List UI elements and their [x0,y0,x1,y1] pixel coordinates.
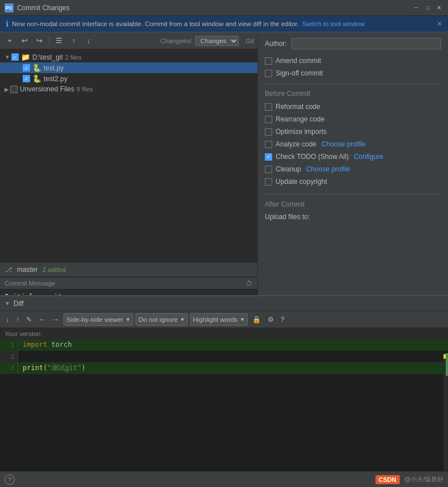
author-row: Author: [265,38,441,49]
analyze-checkbox[interactable] [265,141,272,148]
analyze-option-row: Analyze code Choose profile [265,140,441,149]
diff-line-3: 3 print("测试git") [0,362,448,374]
add-button[interactable]: + [3,35,16,47]
analyze-choose-profile-link[interactable]: Choose profile [322,140,365,148]
added-badge: 2 added [43,266,66,273]
checktodo-checkbox[interactable]: ✓ [265,153,272,161]
clock-icon[interactable]: ⏱ [246,280,253,287]
window-title: Commit Changes [17,4,412,12]
unversioned-checkbox[interactable] [10,86,18,93]
watermark-text: @小火/猛兽好 [404,475,443,484]
diff-down-button[interactable]: ↓ [3,313,11,326]
notification-close-button[interactable]: ✕ [437,20,442,28]
changelist-select[interactable]: Changes [195,36,239,46]
diff-toolbar: ↓ ↑ ✎ ← → Side-by-side viewer ▼ Do not i… [0,311,448,328]
optimize-checkbox[interactable] [265,128,272,136]
green-stripe [446,353,448,376]
help-button[interactable]: ? [278,313,287,326]
close-button[interactable]: ✕ [434,3,443,12]
title-bar: PC Commit Changes ─ □ ✕ [0,0,448,16]
unversioned-count: 9 files [77,86,93,93]
diff-prev-button[interactable]: ← [36,313,48,326]
after-commit-divider [265,194,441,195]
line-number-3: 3 [0,362,18,374]
notification-text: New non-modal commit interface is availa… [12,20,299,27]
test2-py-checkbox[interactable]: ✓ [23,75,30,82]
diff-title: Diff [14,300,24,308]
checktodo-configure-link[interactable]: Configure [354,153,383,161]
branch-name: master [17,266,38,274]
optimize-option-row: Optimize imports [265,127,441,136]
undo-button[interactable]: ↩ [18,35,31,47]
move-down-button[interactable]: ↓ [82,35,95,47]
signoff-option-row: Sign-off commit [265,69,441,78]
group-button[interactable]: ☰ [53,35,65,47]
cleanup-checkbox[interactable] [265,166,272,173]
commit-message-header: Commit Message ⏱ [0,277,257,289]
changelist-label: Changelist: [160,37,193,44]
diff-line-1: 1 import torch [0,339,448,351]
copyright-checkbox[interactable] [265,178,272,186]
move-up-button[interactable]: ↑ [67,35,80,47]
signoff-checkbox[interactable] [265,70,272,77]
gear-button[interactable]: ⚙ [265,313,276,326]
changelist-section: Changelist: Changes Git [160,36,254,46]
reformat-checkbox[interactable] [265,103,272,111]
diff-next-button[interactable]: → [50,313,61,326]
diff-collapse-arrow[interactable]: ▼ [5,300,10,307]
viewer-label: Side-by-side viewer [66,316,123,323]
git-label: Git [246,37,254,44]
string-value: "测试git" [47,364,81,372]
switch-to-tool-window-link[interactable]: Switch to tool window [302,20,365,27]
branch-icon: ⎇ [5,266,12,274]
tree-root-item[interactable]: ▼ ✓ 📁 D:\test_git 2 files [0,52,257,62]
diff-content: Your version 1 import torch 2 3 print("测… [0,328,448,471]
file-item-test-py[interactable]: ✓ 🐍 test.py [0,62,257,73]
minimize-button[interactable]: ─ [412,3,421,12]
ignore-dropdown-arrow: ▼ [180,317,185,322]
amend-checkbox[interactable] [265,57,272,65]
commit-message-label: Commit Message [5,280,55,287]
root-checkbox[interactable]: ✓ [11,53,19,61]
diff-edit-button[interactable]: ✎ [24,313,34,326]
viewer-dropdown[interactable]: Side-by-side viewer ▼ [64,313,133,326]
csdn-badge: CSDN [375,475,400,484]
ignore-label: Do not ignore [138,316,177,323]
keyword-import: import [23,341,47,349]
toolbar: + ↩ ↪ ☰ ↑ ↓ Changelist: Changes Git [0,32,257,49]
diff-section: ▼ Diff ↓ ↑ ✎ ← → Side-by-side viewer ▼ D… [0,295,448,471]
redo-button[interactable]: ↪ [33,35,45,47]
author-input[interactable] [291,38,441,49]
func-print: print [23,364,43,372]
lock-button[interactable]: 🔒 [250,313,263,326]
diff-code-1: import torch [18,339,448,351]
cleanup-option-row: Cleanup Choose profile [265,165,441,174]
after-commit-title: After Commit [265,200,441,208]
cleanup-choose-profile-link[interactable]: Choose profile [306,165,350,173]
root-file-count: 2 files [65,54,82,61]
file-item-test2-py[interactable]: ✓ 🐍 test2.py [0,73,257,84]
signoff-label: Sign-off commit [276,69,323,77]
rearrange-option-row: Rearrange code [265,115,441,124]
diff-up-button[interactable]: ↑ [14,313,22,326]
diff-code-3: print("测试git") [18,362,448,374]
amend-label: Amend commit [276,57,321,65]
branch-bar: ⎇ master 2 added [0,262,257,277]
diff-lines: 1 import torch 2 3 print("测试git") [0,339,448,374]
maximize-button[interactable]: □ [423,3,432,12]
app-icon: PC [5,3,14,12]
author-label: Author: [265,40,287,48]
diff-header: ▼ Diff [0,296,448,311]
rearrange-checkbox[interactable] [265,116,272,123]
highlight-dropdown[interactable]: Highlight words ▼ [190,313,248,326]
upload-files-label: Upload files to: [265,213,441,221]
toolbar-separator [49,36,49,45]
window-controls: ─ □ ✕ [412,3,443,12]
status-bar: ? CSDN @小火/猛兽好 [0,471,448,487]
before-commit-title: Before Commit [265,90,441,98]
help-icon-button[interactable]: ? [5,475,15,485]
test-py-checkbox[interactable]: ✓ [23,64,30,72]
ignore-dropdown[interactable]: Do not ignore ▼ [136,313,188,326]
reformat-label: Reformat code [276,103,320,111]
unversioned-files-item[interactable]: ▶ Unversioned Files 9 files [0,84,257,94]
